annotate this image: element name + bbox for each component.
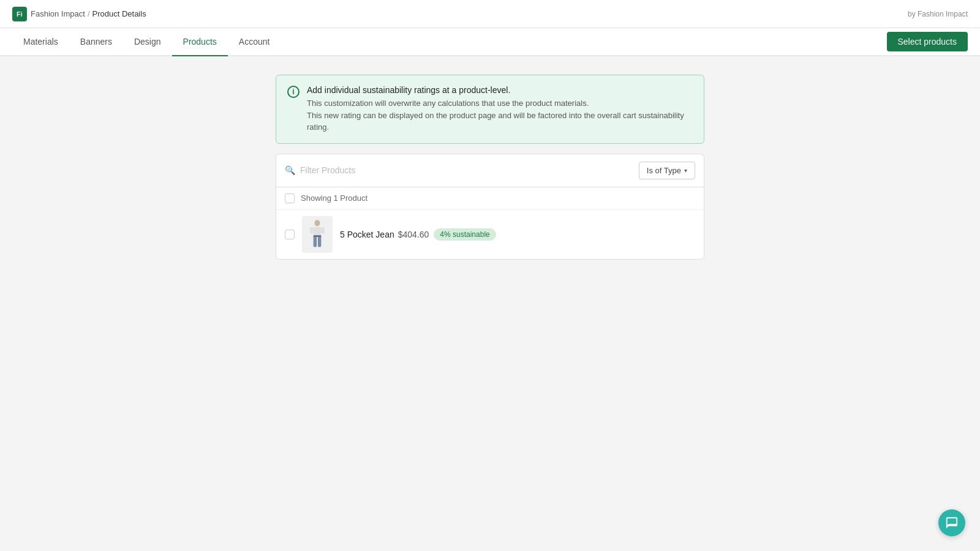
type-filter-label: Is of Type (647, 166, 681, 175)
product-price: $404.60 (398, 230, 429, 239)
app-header: Fi Fashion Impact / Product Details by F… (0, 0, 980, 28)
svg-rect-5 (318, 236, 321, 247)
content-box: i Add individual sustainability ratings … (276, 75, 704, 260)
info-desc-line1: This customization will overwrite any ca… (307, 97, 693, 110)
info-text: Add individual sustainability ratings at… (307, 85, 693, 133)
svg-rect-6 (314, 235, 322, 237)
table-header-row: Showing 1 Product (276, 187, 704, 210)
info-desc-line2: This new rating can be displayed on the … (307, 110, 693, 133)
nav-item-banners[interactable]: Banners (69, 28, 123, 56)
nav-items: Materials Banners Design Products Accoun… (12, 28, 281, 55)
nav-item-materials[interactable]: Materials (12, 28, 69, 56)
type-filter-button[interactable]: Is of Type ▾ (639, 162, 695, 179)
select-all-checkbox[interactable] (285, 193, 295, 203)
svg-rect-4 (314, 236, 317, 247)
search-input[interactable] (300, 165, 633, 175)
info-icon: i (287, 86, 300, 98)
chat-button[interactable] (938, 509, 965, 536)
chat-icon (945, 516, 959, 530)
breadcrumb-separator: / (88, 9, 90, 18)
table-row: 5 Pocket Jean $404.60 4% sustainable (276, 210, 704, 259)
sustainability-badge: 4% sustainable (434, 228, 496, 241)
svg-rect-3 (321, 227, 324, 233)
nav-item-design[interactable]: Design (123, 28, 172, 56)
chevron-down-icon: ▾ (684, 167, 687, 174)
svg-rect-2 (310, 227, 313, 233)
search-icon: 🔍 (285, 165, 295, 175)
search-wrapper: 🔍 (285, 165, 633, 175)
app-logo: Fi (12, 7, 27, 21)
product-checkbox[interactable] (285, 230, 295, 239)
select-products-button[interactable]: Select products (887, 32, 968, 51)
breadcrumb-current: Product Details (92, 9, 146, 18)
header-byline: by Fashion Impact (908, 10, 968, 18)
info-banner: i Add individual sustainability ratings … (276, 75, 704, 144)
product-thumbnail (302, 216, 333, 253)
filter-row: 🔍 Is of Type ▾ (276, 154, 704, 187)
nav-item-account[interactable]: Account (228, 28, 281, 56)
product-count-label: Showing 1 Product (301, 193, 368, 203)
product-image (308, 219, 326, 250)
product-name: 5 Pocket Jean (340, 230, 394, 239)
product-info: 5 Pocket Jean $404.60 4% sustainable (340, 228, 496, 241)
main-nav: Materials Banners Design Products Accoun… (0, 28, 980, 56)
info-title: Add individual sustainability ratings at… (307, 85, 693, 95)
breadcrumb-parent: Fashion Impact (31, 9, 85, 18)
product-table: Showing 1 Product (276, 187, 704, 260)
breadcrumb: Fashion Impact / Product Details (31, 9, 146, 18)
main-content: i Add individual sustainability ratings … (0, 56, 980, 278)
svg-rect-1 (314, 227, 322, 236)
nav-item-products[interactable]: Products (172, 28, 228, 56)
svg-point-0 (314, 220, 320, 226)
header-left: Fi Fashion Impact / Product Details (12, 7, 146, 21)
